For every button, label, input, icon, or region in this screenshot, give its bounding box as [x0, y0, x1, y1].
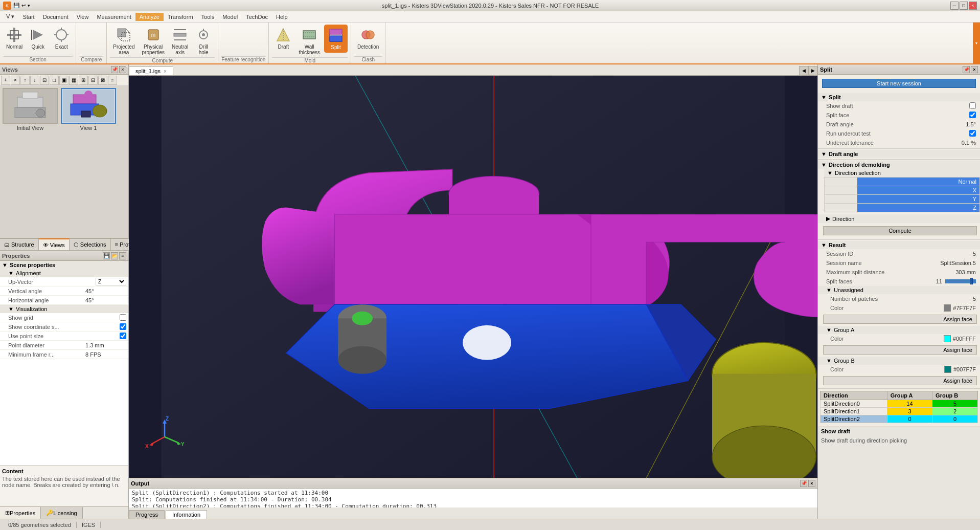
undercut-cb[interactable]	[969, 130, 976, 137]
split-section: ▼ Split Show draft Split face Draft angl…	[818, 92, 980, 149]
assign-face-1-btn[interactable]: Assign face	[823, 315, 977, 324]
slider-thumb[interactable]	[970, 278, 973, 284]
table-row-2[interactable]: SplitDirection2 0 0	[821, 415, 978, 423]
split-section-header[interactable]: ▼ Split	[818, 93, 980, 101]
menu-analyze[interactable]: Analyze	[135, 13, 164, 21]
menu-view[interactable]: View	[73, 13, 93, 21]
ribbon-btn-physical[interactable]: m Physicalproperties	[139, 25, 167, 57]
tab-views[interactable]: 👁 Views	[39, 238, 70, 250]
showcoord-checkbox[interactable]	[120, 323, 126, 330]
demolding-header[interactable]: ▼ Direction of demolding	[818, 161, 980, 169]
view-thumb-view1[interactable]: View 1	[60, 88, 117, 131]
assign-face-2-btn[interactable]: Assign face	[823, 345, 977, 355]
tab-properties-bottom[interactable]: ⊞ Properties	[0, 507, 41, 519]
result-header[interactable]: ▼ Result	[818, 241, 980, 249]
menu-transform[interactable]: Transform	[164, 13, 197, 21]
props-save[interactable]: 💾	[103, 252, 110, 259]
views-fit[interactable]: ⊡	[40, 76, 49, 85]
compute-button[interactable]: Compute	[823, 226, 977, 235]
menu-techdoc[interactable]: TechDoc	[242, 13, 272, 21]
menu-document[interactable]: Document	[39, 13, 73, 21]
direction-sub-header[interactable]: ▶ Direction	[818, 214, 980, 223]
views-collapse[interactable]: ⊟	[88, 76, 98, 85]
visualization-header[interactable]: ▼ Visualization	[0, 305, 128, 313]
row-groupb-color: Color #007F7F	[818, 365, 980, 374]
output-close[interactable]: ×	[808, 480, 815, 487]
views-view2[interactable]: ▣	[59, 76, 69, 85]
tab-selections[interactable]: ⬡ Selections	[70, 238, 111, 250]
table-row-1[interactable]: SplitDirection1 3 2	[821, 408, 978, 415]
ribbon-btn-detection[interactable]: Detection	[354, 25, 382, 52]
views-up[interactable]: ↑	[20, 76, 30, 85]
menu-measurement[interactable]: Measurement	[93, 13, 135, 21]
viewport-scroll-left[interactable]: ◀	[799, 66, 808, 75]
quick-access-save[interactable]: 💾	[13, 3, 19, 8]
right-pin[interactable]: 📌	[963, 66, 970, 73]
output-line-2: Split: Computations finished at 11:34:00…	[132, 496, 814, 503]
showdraft-cb[interactable]	[969, 102, 976, 109]
props-load[interactable]: 📂	[111, 252, 118, 259]
groupb-header[interactable]: ▼ Group B	[818, 357, 980, 365]
props-menu[interactable]: ≡	[119, 252, 126, 259]
quick-access-undo[interactable]: ↩	[21, 3, 26, 8]
views-delete[interactable]: ×	[11, 76, 20, 85]
views-expand[interactable]: ⊞	[79, 76, 88, 85]
views-view1[interactable]: □	[50, 76, 59, 85]
views-panel-close[interactable]: ×	[119, 66, 126, 73]
views-menu[interactable]: ≡	[108, 76, 117, 85]
unassigned-header[interactable]: ▼ Unassigned	[818, 286, 980, 294]
ribbon-btn-quick[interactable]: Quick	[27, 25, 49, 52]
menu-tools[interactable]: Tools	[197, 13, 219, 21]
ribbon-btn-drill[interactable]: Drillhole	[192, 25, 215, 57]
views-add[interactable]: +	[1, 76, 10, 85]
view-thumb-initial[interactable]: Initial View	[2, 88, 58, 131]
pointsize-checkbox[interactable]	[120, 333, 126, 339]
viewport[interactable]: Z Y X	[129, 76, 817, 478]
menu-help[interactable]: Help	[272, 13, 292, 21]
viewport-scroll-right[interactable]: ▶	[808, 66, 817, 75]
views-panel-pin[interactable]: 📌	[111, 66, 118, 73]
minimize-button[interactable]: ─	[950, 2, 959, 10]
table-row-0[interactable]: SplitDirection0 14 5	[821, 400, 978, 408]
ribbon-btn-draft[interactable]: Draft	[272, 25, 294, 52]
tab-licensing[interactable]: 🔑 Licensing	[41, 507, 82, 519]
alignment-header[interactable]: ▼ Alignment	[0, 269, 128, 277]
ribbon-btn-normal[interactable]: Normal	[3, 25, 26, 52]
showdraft-desc: Show draft during direction picking	[818, 435, 980, 446]
assign-face-3-btn[interactable]: Assign face	[823, 376, 977, 385]
views-grid[interactable]: ▦	[69, 76, 78, 85]
right-close[interactable]: ×	[971, 66, 978, 73]
menu-start[interactable]: Start	[18, 13, 38, 21]
start-session-button[interactable]: Start new session	[822, 79, 976, 88]
views-down[interactable]: ↓	[30, 76, 39, 85]
close-button[interactable]: ×	[969, 2, 977, 10]
viewport-tab[interactable]: split_1.igs ×	[129, 67, 173, 75]
svg-rect-42	[81, 111, 90, 117]
ribbon-btn-neutral[interactable]: Neutralaxis	[169, 25, 191, 57]
views-close[interactable]: ⊠	[98, 76, 107, 85]
groupa-header[interactable]: ▼ Group A	[818, 326, 980, 334]
tab-information[interactable]: Information	[166, 510, 207, 519]
draftangle-section-header[interactable]: ▼ Draft angle	[818, 150, 980, 158]
viewport-tab-close[interactable]: ×	[164, 69, 167, 74]
ribbon-btn-split[interactable]: Split	[324, 25, 348, 53]
upvector-select[interactable]: ZXY	[96, 278, 126, 285]
ribbon-btn-projected[interactable]: Projectedarea	[110, 25, 138, 57]
menu-model[interactable]: Model	[218, 13, 242, 21]
svg-text:m: m	[151, 32, 155, 38]
splitface-cb[interactable]	[969, 112, 976, 118]
showgrid-checkbox[interactable]	[120, 314, 126, 321]
maximize-button[interactable]: □	[960, 2, 968, 10]
output-pin[interactable]: 📌	[800, 480, 807, 487]
scene-section-header[interactable]: ▼ Scene properties	[0, 261, 128, 269]
dir-sel-header[interactable]: ▼ Direction selection	[824, 169, 980, 177]
menu-v[interactable]: V ▾	[2, 12, 18, 21]
tab-structure[interactable]: 🗂 Structure	[0, 238, 39, 250]
ribbon-btn-exact[interactable]: Exact	[50, 25, 73, 52]
tab-progress[interactable]: Progress	[129, 510, 165, 519]
ribbon-collapse-btn[interactable]: ▾	[973, 23, 980, 63]
dir-x-value: X	[857, 186, 980, 195]
physical-icon: m	[145, 27, 162, 43]
viewport-3d[interactable]	[129, 76, 817, 478]
ribbon-btn-wallthickness[interactable]: Wallthickness	[295, 25, 323, 57]
